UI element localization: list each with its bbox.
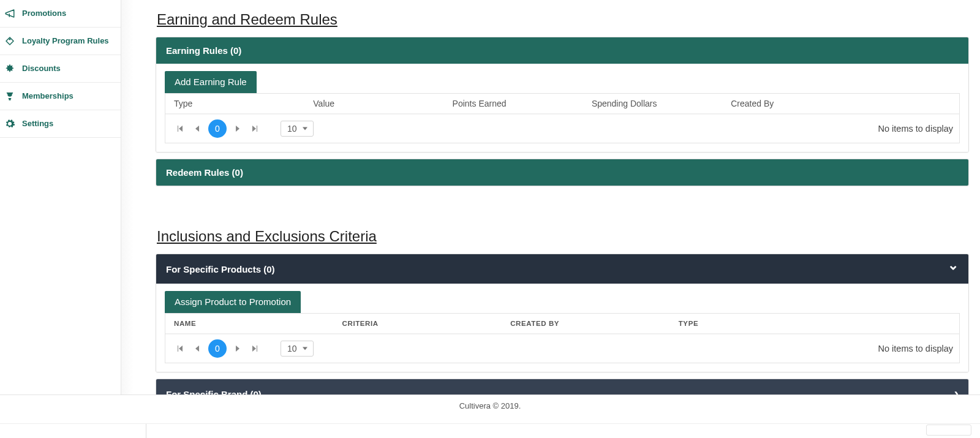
bottom-right-widget[interactable] <box>926 425 971 436</box>
footer-text: Cultivera © 2019. <box>459 401 521 410</box>
trophy-icon <box>4 90 16 102</box>
pager-prev-icon[interactable] <box>189 120 206 137</box>
panel-title: For Specific Products (0) <box>166 264 275 274</box>
pager-next-icon[interactable] <box>229 120 246 137</box>
add-earning-rule-button[interactable]: Add Earning Rule <box>165 71 257 93</box>
panel-title: Earning Rules (0) <box>166 45 241 56</box>
tag-icon <box>4 35 16 47</box>
pager-first-icon[interactable] <box>172 120 189 137</box>
footer: Cultivera © 2019. <box>0 395 980 417</box>
sidebar-item-label: Settings <box>22 119 116 129</box>
earning-rules-panel: Earning Rules (0) Add Earning Rule Type … <box>156 37 969 153</box>
col-created-by[interactable]: Created By <box>508 320 676 327</box>
sidebar-item-label: Promotions <box>22 9 116 18</box>
pager-page-size-select[interactable]: 10 <box>281 121 314 137</box>
vertical-divider <box>146 424 146 438</box>
sidebar-item-discounts[interactable]: Discounts <box>0 55 121 83</box>
bottom-strip <box>0 423 980 438</box>
col-created-by[interactable]: Created By <box>728 99 953 108</box>
pager-no-items-label: No items to display <box>878 344 954 353</box>
specific-products-panel: For Specific Products (0) Assign Product… <box>156 254 969 372</box>
svg-point-0 <box>9 39 10 40</box>
grid-pager: 0 10 No items to display <box>165 114 959 143</box>
redeem-rules-header[interactable]: Redeem Rules (0) <box>156 159 968 186</box>
pager-current-page[interactable]: 0 <box>208 119 227 138</box>
section-title-inclusions: Inclusions and Exclusions Criteria <box>157 228 969 245</box>
pager-last-icon[interactable] <box>246 120 263 137</box>
sidebar-item-promotions[interactable]: Promotions <box>0 0 121 28</box>
app-layout: Promotions Loyalty Program Rules Discoun… <box>0 0 980 395</box>
sidebar-item-loyalty-program-rules[interactable]: Loyalty Program Rules <box>0 28 121 55</box>
specific-brand-header[interactable]: For Specific Brand (0) <box>156 379 968 395</box>
col-criteria[interactable]: Criteria <box>340 320 508 327</box>
megaphone-icon <box>4 7 16 20</box>
pager-next-icon[interactable] <box>229 340 246 357</box>
pager-prev-icon[interactable] <box>189 340 206 357</box>
specific-brand-panel: For Specific Brand (0) <box>156 379 969 395</box>
grid-pager: 0 10 No items to display <box>165 334 959 363</box>
col-value[interactable]: Value <box>311 99 450 108</box>
pager-current-page[interactable]: 0 <box>208 339 227 358</box>
col-type[interactable]: Type <box>676 320 953 327</box>
grid-header-row: Type Value Points Earned Spending Dollar… <box>165 94 959 114</box>
panel-title: For Specific Brand (0) <box>166 389 262 395</box>
specific-products-grid: Name Criteria Created By Type 0 <box>165 313 960 363</box>
gear-icon <box>4 118 16 130</box>
chevron-right-icon <box>954 387 959 395</box>
burst-icon <box>4 62 16 75</box>
sidebar: Promotions Loyalty Program Rules Discoun… <box>0 0 121 395</box>
grid-header-row: Name Criteria Created By Type <box>165 314 959 334</box>
col-points-earned[interactable]: Points Earned <box>450 99 589 108</box>
sidebar-item-label: Loyalty Program Rules <box>22 36 116 46</box>
col-name[interactable]: Name <box>172 320 340 327</box>
sidebar-item-settings[interactable]: Settings <box>0 110 121 138</box>
earning-rules-body: Add Earning Rule Type Value Points Earne… <box>156 64 968 152</box>
earning-rules-header[interactable]: Earning Rules (0) <box>156 37 968 64</box>
layout-divider <box>121 0 134 395</box>
col-type[interactable]: Type <box>172 99 311 108</box>
section-title-earning: Earning and Redeem Rules <box>157 11 969 28</box>
chevron-down-icon <box>948 262 959 276</box>
main-content: Earning and Redeem Rules Earning Rules (… <box>134 0 980 395</box>
sidebar-item-label: Discounts <box>22 64 116 74</box>
col-spending-dollars[interactable]: Spending Dollars <box>589 99 728 108</box>
pager-last-icon[interactable] <box>246 340 263 357</box>
panel-title: Redeem Rules (0) <box>166 167 243 178</box>
specific-products-header[interactable]: For Specific Products (0) <box>156 254 968 284</box>
specific-products-body: Assign Product to Promotion Name Criteri… <box>156 284 968 372</box>
redeem-rules-panel: Redeem Rules (0) <box>156 159 969 186</box>
sidebar-item-label: Memberships <box>22 91 116 101</box>
sidebar-item-memberships[interactable]: Memberships <box>0 83 121 110</box>
pager-no-items-label: No items to display <box>878 124 954 134</box>
pager-page-size-select[interactable]: 10 <box>281 341 314 357</box>
pager-first-icon[interactable] <box>172 340 189 357</box>
assign-product-button[interactable]: Assign Product to Promotion <box>165 291 301 313</box>
earning-rules-grid: Type Value Points Earned Spending Dollar… <box>165 93 960 143</box>
